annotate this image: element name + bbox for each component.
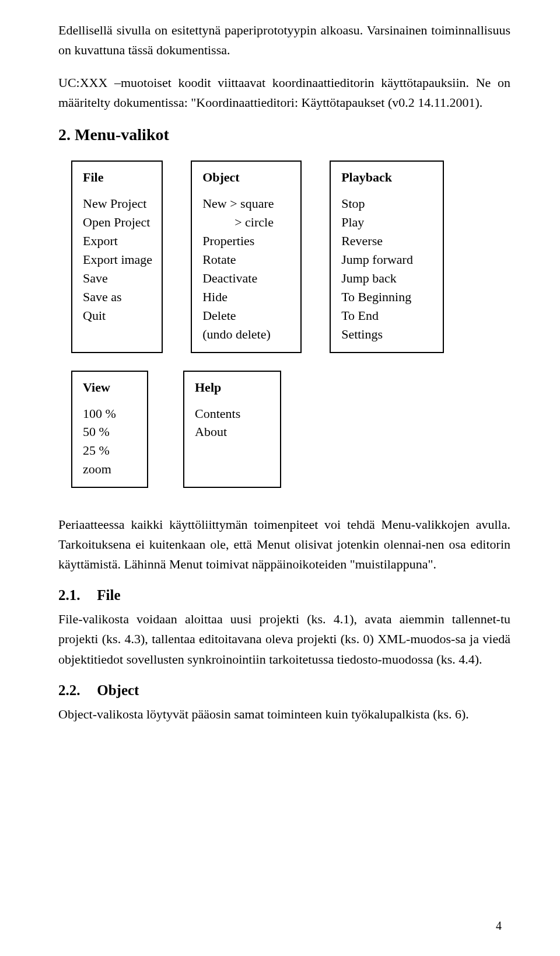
paragraph-file: File-valikosta voidaan aloittaa uusi pro… — [58, 609, 510, 669]
menu-block-object: Object New > square > circle Properties … — [191, 161, 302, 353]
menu-items-view: 100 % 50 % 25 % zoom — [83, 404, 138, 479]
menu-title-view: View — [83, 380, 138, 395]
subsection-heading-file: 2.1. File — [58, 587, 510, 603]
menu-block-help: Help Contents About — [183, 371, 281, 489]
paragraph-menus-summary: Periaatteessa kaikki käyttöliittymän toi… — [58, 515, 510, 574]
menu-items-help: Contents About — [195, 404, 271, 442]
subsection-heading-object: 2.2. Object — [58, 682, 510, 699]
menu-block-view: View 100 % 50 % 25 % zoom — [71, 371, 148, 489]
paragraph-object: Object-valikosta löytyvät pääosin samat … — [58, 704, 510, 724]
subsection-number-file: 2.1. — [58, 587, 93, 603]
menu-block-playback: Playback Stop Play Reverse Jump forward … — [330, 161, 444, 353]
menu-items-object: New > square > circle Properties Rotate … — [202, 194, 291, 343]
menu-items-playback: Stop Play Reverse Jump forward Jump back… — [341, 194, 433, 343]
menu-title-playback: Playback — [341, 170, 433, 185]
menu-title-file: File — [83, 170, 152, 185]
menu-title-help: Help — [195, 380, 271, 395]
intro-paragraph-2: UC:XXX –muotoiset koodit viittaavat koor… — [58, 73, 510, 113]
menu-row-2: View 100 % 50 % 25 % zoom Help Contents … — [58, 371, 510, 489]
subsection-title-object: Object — [97, 682, 139, 698]
menu-title-object: Object — [202, 170, 291, 185]
subsection-number-object: 2.2. — [58, 682, 93, 699]
menu-items-file: New Project Open Project Export Export i… — [83, 194, 152, 325]
subsection-title-file: File — [97, 587, 120, 603]
menu-row-1: File New Project Open Project Export Exp… — [58, 161, 510, 353]
menu-block-file: File New Project Open Project Export Exp… — [71, 161, 163, 353]
page-number: 4 — [496, 919, 502, 933]
intro-paragraph-1: Edellisellä sivulla on esitettynä paperi… — [58, 20, 510, 60]
section-heading-menus: 2. Menu-valikot — [58, 125, 510, 144]
